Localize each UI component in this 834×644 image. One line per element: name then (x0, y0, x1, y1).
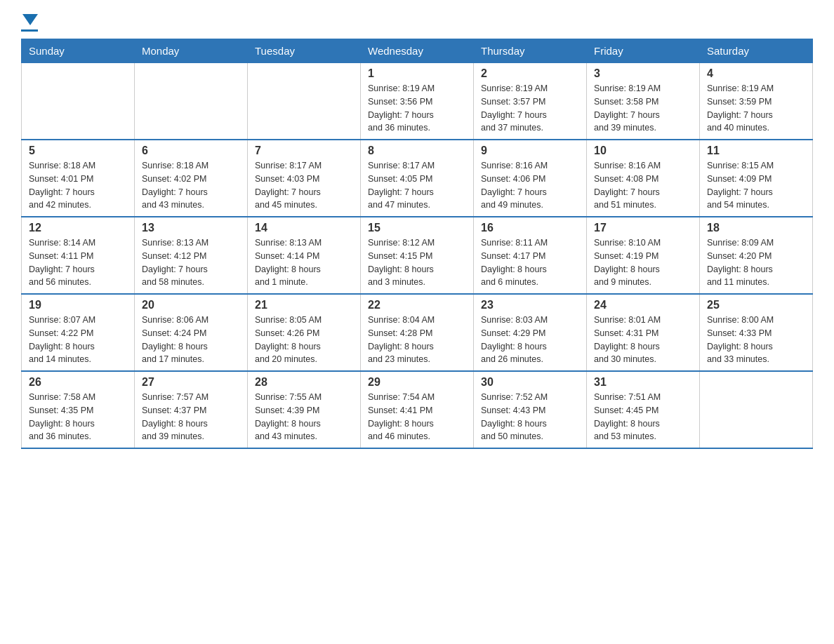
day-info: Sunrise: 8:04 AM Sunset: 4:28 PM Dayligh… (368, 314, 466, 366)
page-header (21, 14, 813, 32)
week-row-4: 19Sunrise: 8:07 AM Sunset: 4:22 PM Dayli… (22, 294, 813, 371)
calendar-cell: 3Sunrise: 8:19 AM Sunset: 3:58 PM Daylig… (587, 63, 700, 140)
day-info: Sunrise: 7:58 AM Sunset: 4:35 PM Dayligh… (29, 391, 127, 443)
day-number: 20 (142, 299, 240, 311)
logo-underline (21, 29, 38, 32)
day-number: 7 (255, 145, 353, 157)
calendar-cell: 6Sunrise: 8:18 AM Sunset: 4:02 PM Daylig… (135, 140, 248, 217)
day-number: 2 (481, 67, 579, 80)
day-info: Sunrise: 8:19 AM Sunset: 3:58 PM Dayligh… (594, 82, 692, 135)
calendar-cell: 5Sunrise: 8:18 AM Sunset: 4:01 PM Daylig… (22, 140, 135, 217)
day-info: Sunrise: 8:17 AM Sunset: 4:05 PM Dayligh… (368, 159, 466, 212)
day-info: Sunrise: 8:19 AM Sunset: 3:56 PM Dayligh… (368, 82, 466, 135)
week-row-1: 1Sunrise: 8:19 AM Sunset: 3:56 PM Daylig… (22, 63, 813, 140)
day-number: 5 (29, 145, 127, 157)
day-number: 3 (594, 67, 692, 80)
day-number: 6 (142, 145, 240, 157)
calendar-cell: 2Sunrise: 8:19 AM Sunset: 3:57 PM Daylig… (474, 63, 587, 140)
calendar-cell: 19Sunrise: 8:07 AM Sunset: 4:22 PM Dayli… (22, 294, 135, 371)
day-number: 23 (481, 299, 579, 311)
day-info: Sunrise: 8:18 AM Sunset: 4:01 PM Dayligh… (29, 159, 127, 212)
day-info: Sunrise: 7:57 AM Sunset: 4:37 PM Dayligh… (142, 391, 240, 443)
day-info: Sunrise: 8:11 AM Sunset: 4:17 PM Dayligh… (481, 236, 579, 289)
svg-marker-0 (22, 14, 38, 25)
header-friday: Friday (587, 39, 700, 63)
calendar-cell: 21Sunrise: 8:05 AM Sunset: 4:26 PM Dayli… (248, 294, 361, 371)
calendar-cell: 26Sunrise: 7:58 AM Sunset: 4:35 PM Dayli… (22, 371, 135, 448)
day-number: 14 (255, 222, 353, 234)
day-info: Sunrise: 8:05 AM Sunset: 4:26 PM Dayligh… (255, 314, 353, 366)
header-saturday: Saturday (700, 39, 813, 63)
day-info: Sunrise: 8:09 AM Sunset: 4:20 PM Dayligh… (707, 236, 805, 289)
header-sunday: Sunday (22, 39, 135, 63)
day-info: Sunrise: 8:17 AM Sunset: 4:03 PM Dayligh… (255, 159, 353, 212)
day-info: Sunrise: 7:51 AM Sunset: 4:45 PM Dayligh… (594, 391, 692, 443)
calendar-cell: 7Sunrise: 8:17 AM Sunset: 4:03 PM Daylig… (248, 140, 361, 217)
day-number: 30 (481, 376, 579, 389)
day-info: Sunrise: 7:54 AM Sunset: 4:41 PM Dayligh… (368, 391, 466, 443)
day-info: Sunrise: 7:55 AM Sunset: 4:39 PM Dayligh… (255, 391, 353, 443)
calendar-cell: 27Sunrise: 7:57 AM Sunset: 4:37 PM Dayli… (135, 371, 248, 448)
day-number: 1 (368, 67, 466, 80)
calendar-cell: 24Sunrise: 8:01 AM Sunset: 4:31 PM Dayli… (587, 294, 700, 371)
header-thursday: Thursday (474, 39, 587, 63)
calendar-cell: 9Sunrise: 8:16 AM Sunset: 4:06 PM Daylig… (474, 140, 587, 217)
calendar-cell: 8Sunrise: 8:17 AM Sunset: 4:05 PM Daylig… (361, 140, 474, 217)
day-info: Sunrise: 8:12 AM Sunset: 4:15 PM Dayligh… (368, 236, 466, 289)
calendar-cell: 12Sunrise: 8:14 AM Sunset: 4:11 PM Dayli… (22, 217, 135, 294)
header-tuesday: Tuesday (248, 39, 361, 63)
day-number: 28 (255, 376, 353, 389)
day-info: Sunrise: 8:13 AM Sunset: 4:12 PM Dayligh… (142, 236, 240, 289)
calendar-cell (22, 63, 135, 140)
calendar-table: SundayMondayTuesdayWednesdayThursdayFrid… (21, 39, 813, 449)
day-number: 11 (707, 145, 805, 157)
calendar-cell (700, 371, 813, 448)
day-number: 16 (481, 222, 579, 234)
week-row-3: 12Sunrise: 8:14 AM Sunset: 4:11 PM Dayli… (22, 217, 813, 294)
calendar-cell: 16Sunrise: 8:11 AM Sunset: 4:17 PM Dayli… (474, 217, 587, 294)
day-number: 12 (29, 222, 127, 234)
calendar-cell: 13Sunrise: 8:13 AM Sunset: 4:12 PM Dayli… (135, 217, 248, 294)
day-info: Sunrise: 8:15 AM Sunset: 4:09 PM Dayligh… (707, 159, 805, 212)
calendar-cell: 30Sunrise: 7:52 AM Sunset: 4:43 PM Dayli… (474, 371, 587, 448)
day-info: Sunrise: 8:13 AM Sunset: 4:14 PM Dayligh… (255, 236, 353, 289)
header-row: SundayMondayTuesdayWednesdayThursdayFrid… (22, 39, 813, 63)
day-number: 25 (707, 299, 805, 311)
calendar-cell (248, 63, 361, 140)
calendar-cell: 31Sunrise: 7:51 AM Sunset: 4:45 PM Dayli… (587, 371, 700, 448)
calendar-cell: 1Sunrise: 8:19 AM Sunset: 3:56 PM Daylig… (361, 63, 474, 140)
day-number: 4 (707, 67, 805, 80)
day-number: 13 (142, 222, 240, 234)
logo (21, 14, 38, 32)
day-info: Sunrise: 8:06 AM Sunset: 4:24 PM Dayligh… (142, 314, 240, 366)
calendar-body: 1Sunrise: 8:19 AM Sunset: 3:56 PM Daylig… (22, 63, 813, 449)
day-info: Sunrise: 8:19 AM Sunset: 3:59 PM Dayligh… (707, 82, 805, 135)
day-number: 17 (594, 222, 692, 234)
calendar-cell: 29Sunrise: 7:54 AM Sunset: 4:41 PM Dayli… (361, 371, 474, 448)
day-number: 8 (368, 145, 466, 157)
day-number: 26 (29, 376, 127, 389)
week-row-2: 5Sunrise: 8:18 AM Sunset: 4:01 PM Daylig… (22, 140, 813, 217)
day-number: 19 (29, 299, 127, 311)
day-info: Sunrise: 8:07 AM Sunset: 4:22 PM Dayligh… (29, 314, 127, 366)
day-info: Sunrise: 8:00 AM Sunset: 4:33 PM Dayligh… (707, 314, 805, 366)
calendar-cell: 28Sunrise: 7:55 AM Sunset: 4:39 PM Dayli… (248, 371, 361, 448)
calendar-cell: 22Sunrise: 8:04 AM Sunset: 4:28 PM Dayli… (361, 294, 474, 371)
calendar-cell: 23Sunrise: 8:03 AM Sunset: 4:29 PM Dayli… (474, 294, 587, 371)
calendar-cell: 14Sunrise: 8:13 AM Sunset: 4:14 PM Dayli… (248, 217, 361, 294)
day-number: 22 (368, 299, 466, 311)
day-number: 15 (368, 222, 466, 234)
calendar-cell: 10Sunrise: 8:16 AM Sunset: 4:08 PM Dayli… (587, 140, 700, 217)
calendar-header: SundayMondayTuesdayWednesdayThursdayFrid… (22, 39, 813, 63)
calendar-cell: 25Sunrise: 8:00 AM Sunset: 4:33 PM Dayli… (700, 294, 813, 371)
calendar-cell (135, 63, 248, 140)
calendar-cell: 15Sunrise: 8:12 AM Sunset: 4:15 PM Dayli… (361, 217, 474, 294)
day-number: 9 (481, 145, 579, 157)
day-info: Sunrise: 8:19 AM Sunset: 3:57 PM Dayligh… (481, 82, 579, 135)
day-number: 10 (594, 145, 692, 157)
day-info: Sunrise: 8:03 AM Sunset: 4:29 PM Dayligh… (481, 314, 579, 366)
header-wednesday: Wednesday (361, 39, 474, 63)
day-number: 31 (594, 376, 692, 389)
header-monday: Monday (135, 39, 248, 63)
calendar-cell: 11Sunrise: 8:15 AM Sunset: 4:09 PM Dayli… (700, 140, 813, 217)
